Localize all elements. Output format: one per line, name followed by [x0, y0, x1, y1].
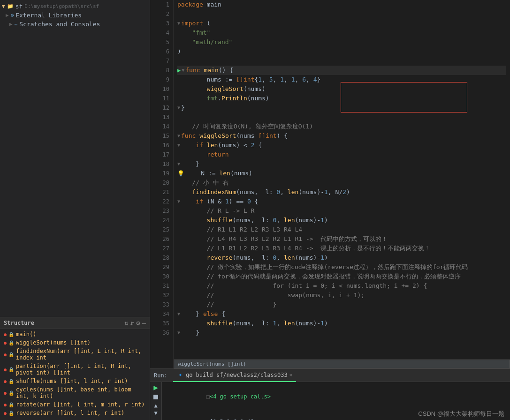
line-num-31: 31 [154, 281, 169, 291]
fold-icon-34[interactable]: ▼ [177, 309, 180, 319]
struct-item-cycles[interactable]: ● 🔒 cycles(nums []int, base int, bloom i… [0, 385, 150, 400]
fold-icon-3[interactable]: ▼ [177, 19, 180, 28]
struct-item-wigglesort[interactable]: ● 🔒 wiggleSort(nums []int) [0, 338, 150, 347]
output-line-cmd: □<4 go setup calls> [166, 384, 506, 409]
line-num-15: 15 [154, 131, 169, 141]
code-line-22: ▼ if (N & 1) == 0 { [177, 197, 506, 206]
struct-item-shuffle[interactable]: ● 🔒 shuffle(nums []int, l int, r int) [0, 377, 150, 385]
sidebar-scratches[interactable]: ▶ ✏ Scratches and Consoles [0, 20, 150, 29]
line-num-19: 19 [154, 169, 169, 178]
sidebar-tree: ▼ 📁 sf D:\mysetup\gopath\src\sf ▶ ⚙ Exte… [0, 0, 150, 317]
chevron-right-icon: ▶ [6, 12, 9, 18]
run-stop-button[interactable]: ⏹ [152, 393, 160, 401]
settings-icon[interactable]: ⚙ [136, 319, 140, 327]
lock-icon8: 🔒 [8, 411, 14, 416]
fold-icon-8[interactable]: ▼ [182, 66, 184, 75]
code-line-16: ▼ if len(nums) < 2 { [177, 141, 506, 150]
close-panel-icon[interactable]: — [142, 319, 146, 327]
structure-actions: ⇅ ⇵ ⚙ — [124, 319, 146, 327]
line-numbers: 1 2 3 4 5 6 7 8 9 10 11 12 13 14 15 16 1… [150, 0, 174, 360]
sidebar-ext-libraries[interactable]: ▶ ⚙ External Libraries [0, 11, 150, 20]
sort-visibility-icon[interactable]: ⇵ [130, 319, 134, 327]
line-num-21: 21 [154, 188, 169, 197]
run-play-button[interactable]: ▶ [153, 384, 158, 391]
fold-icon-22[interactable]: ▼ [177, 197, 180, 206]
close-tab-icon[interactable]: ✕ [289, 372, 292, 377]
fold-icon-16[interactable]: ▼ [177, 141, 180, 150]
struct-item-partition[interactable]: ● 🔒 partition(arr []int, L int, R int, p… [0, 362, 150, 377]
error-icon6: ● [4, 390, 7, 396]
code-line-14: // 时间复杂度O(N), 额外空间复杂度O(1) [177, 122, 506, 131]
line-num-35: 35 [154, 319, 169, 328]
fold-icon-36[interactable]: ▼ [177, 328, 180, 338]
error-icon4: ● [4, 367, 7, 372]
struct-item-rotate[interactable]: ● 🔒 rotate(arr []int, l int, m int, r in… [0, 400, 150, 409]
chevron-right-icon2: ▶ [9, 21, 13, 27]
line-num-5: 5 [154, 38, 169, 47]
line-num-11: 11 [154, 94, 169, 103]
code-line-36: ▼ } [177, 328, 506, 338]
code-line-9: nums := []int{1, 5, 1, 1, 6, 4} [177, 75, 506, 84]
code-line-12: ▼ } [177, 103, 506, 112]
run-arrow: ▶ [177, 66, 181, 75]
code-line-34: ▼ } else { [177, 309, 506, 319]
error-icon: ● [4, 332, 7, 337]
func-name2: wiggleSort(nums []int) [16, 339, 91, 346]
structure-title: Structure [4, 320, 34, 326]
code-line-31: // for (int i = 0; i < nums.length; i +=… [177, 281, 506, 291]
code-line-28: reverse(nums, l: 0, len(nums)-1) [177, 253, 506, 262]
scroll-down-button[interactable]: ▼ [154, 410, 157, 416]
code-line-2 [177, 9, 506, 19]
run-tabs: Run: 🔹 go build sf/newclass2/class033 ✕ [150, 369, 510, 382]
line-num-30: 30 [154, 272, 169, 281]
code-line-4: "fmt" [177, 28, 506, 38]
code-line-11: fmt.Println(nums) [177, 94, 506, 103]
run-output: □<4 go setup calls> □[1 5 1 6 1 4] Proce… [162, 382, 510, 420]
run-panel: Run: 🔹 go build sf/newclass2/class033 ✕ … [150, 368, 510, 420]
lock-icon7: 🔒 [8, 402, 14, 407]
lock-icon3: 🔒 [8, 352, 14, 357]
sort-alpha-icon[interactable]: ⇅ [124, 319, 128, 327]
error-icon3: ● [4, 352, 7, 357]
code-line-20: // 小 中 右 [177, 178, 506, 188]
code-container[interactable]: 1 2 3 4 5 6 7 8 9 10 11 12 13 14 15 16 1… [150, 0, 510, 360]
run-tab[interactable]: 🔹 go build sf/newclass2/class033 ✕ [173, 369, 296, 382]
code-line-7 [177, 56, 506, 66]
line-num-25: 25 [154, 225, 169, 234]
struct-item-findindex[interactable]: ● 🔒 findIndexNum(arr []int, L int, R int… [0, 347, 150, 362]
lock-icon5: 🔒 [8, 379, 14, 384]
code-line-21: findIndexNum(nums, l: 0, len(nums)-1, N/… [177, 188, 506, 197]
fold-icon-18[interactable]: ▼ [177, 159, 180, 169]
code-content: package main ▼ import ( "fmt" "math/rand… [174, 0, 510, 360]
line-num-9: 9 [154, 75, 169, 84]
sidebar-project-item[interactable]: ▼ 📁 sf D:\mysetup\gopath\src\sf [0, 2, 150, 11]
fold-icon-15[interactable]: ▼ [177, 131, 180, 141]
code-line-30: // for循环的代码就是两两交换，会发现对数器报错，说明两两交换是不行的，必须… [177, 272, 506, 281]
line-num-22: 22 [154, 197, 169, 206]
line-num-3: 3 [154, 19, 169, 28]
bulb-icon: 💡 [177, 169, 184, 178]
scroll-up-button[interactable]: ▲ [154, 403, 157, 408]
project-icon: 📁 [7, 3, 14, 9]
sidebar: ▼ 📁 sf D:\mysetup\gopath\src\sf ▶ ⚙ Exte… [0, 0, 150, 420]
struct-item-reverse[interactable]: ● 🔒 reverse(arr []int, l int, r int) [0, 409, 150, 417]
line-num-29: 29 [154, 262, 169, 272]
code-line-18: ▼ } [177, 159, 506, 169]
line-num-13: 13 [154, 112, 169, 122]
line-num-18: 18 [154, 159, 169, 169]
scratches-label: Scratches and Consoles [19, 21, 100, 28]
line-num-7: 7 [154, 56, 169, 66]
line-num-4: 4 [154, 28, 169, 38]
run-content: ▶ ⏹ ▲ ▼ ≡ □<4 go setup calls> □[1 5 1 6 … [150, 382, 510, 420]
code-line-17: return [177, 150, 506, 159]
fold-icon-12[interactable]: ▼ [177, 103, 180, 112]
error-icon2: ● [4, 340, 7, 345]
struct-item-main[interactable]: ● 🔒 main() [0, 330, 150, 338]
code-line-19: 💡 N := len(nums) [177, 169, 506, 178]
project-path: D:\mysetup\gopath\src\sf [24, 3, 99, 9]
func-name5: shuffle(nums []int, l int, r int) [16, 378, 128, 384]
lock-icon: 🔒 [8, 332, 14, 337]
go-icon: 🔹 [177, 372, 184, 378]
code-line-26: // L4 R4 L3 R3 L2 R2 L1 R1 -> 代码中的方式，可以的… [177, 234, 506, 244]
line-num-34: 34 [154, 309, 169, 319]
